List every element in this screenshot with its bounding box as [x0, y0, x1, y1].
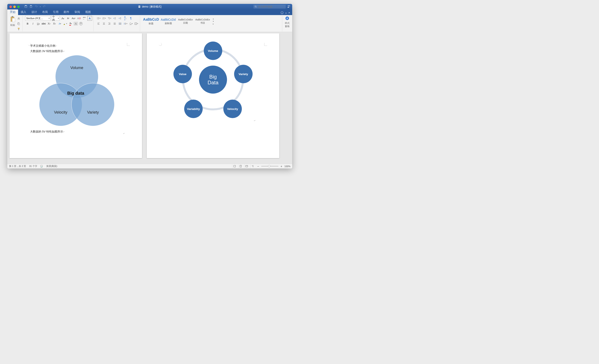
share-button[interactable] — [287, 5, 291, 9]
font-name-combo[interactable]: SimSun (中文… — [25, 16, 51, 21]
phonetic-guide-icon[interactable]: abc--- — [82, 16, 87, 21]
search-input[interactable] — [254, 5, 286, 9]
style-bibliography[interactable]: AaBbCcDdEe书目 — [194, 16, 211, 27]
document-area[interactable]: 学术文稿最小化示例↵ 大数据的 3V 特性如图所示↵ Volume Veloci… — [7, 32, 292, 164]
undo-icon[interactable] — [35, 5, 38, 9]
change-case-icon[interactable]: Aa▾ — [71, 16, 76, 21]
doc-mode: [兼容模式] — [150, 5, 162, 9]
bold-button[interactable]: B — [25, 21, 30, 26]
styles-pane-icon: A — [285, 16, 290, 21]
justify-icon[interactable] — [112, 21, 117, 26]
font-size-combo[interactable]: 小四 — [51, 16, 60, 21]
decrease-indent-icon[interactable] — [112, 16, 117, 21]
status-word-count[interactable]: 31 个字 — [29, 165, 37, 168]
svg-rect-21 — [18, 28, 20, 29]
maximize-window-button[interactable] — [17, 6, 20, 8]
paragraph-mark-2: ↵ — [254, 119, 255, 122]
enclose-char-icon[interactable]: 字 — [79, 21, 83, 26]
tab-layout[interactable]: 布局 — [40, 9, 50, 15]
zoom-slider[interactable] — [261, 166, 278, 166]
quick-access-toolbar: ▾ — [24, 5, 46, 9]
shrink-font-icon[interactable]: A▾ — [66, 16, 70, 21]
feedback-dropdown[interactable]: ▾ — [285, 12, 287, 14]
view-print-layout-icon[interactable] — [238, 164, 243, 168]
zoom-level[interactable]: 100% — [284, 165, 291, 168]
node-variability: Variablity — [184, 100, 203, 118]
copy-icon[interactable] — [16, 21, 21, 26]
minimize-window-button[interactable] — [13, 6, 16, 8]
style-title[interactable]: AaBbCcD标题 — [143, 16, 159, 27]
distributed-icon[interactable] — [118, 21, 123, 26]
search-field[interactable] — [254, 5, 286, 9]
bullets-icon[interactable]: ▾ — [96, 16, 101, 21]
group-styles-pane: A 样式 窗格 — [284, 16, 291, 31]
cut-icon[interactable] — [16, 16, 21, 21]
autosave-icon[interactable] — [24, 5, 27, 9]
fivev-center: Big Data — [199, 66, 227, 94]
font-size-value: 小四 — [52, 15, 56, 22]
page-1: 学术文稿最小化示例↵ 大数据的 3V 特性如图所示↵ Volume Veloci… — [9, 33, 142, 158]
character-shading-icon[interactable]: A — [74, 22, 78, 26]
p1-text-3: 大数据的 5V 特性如图所示↵ — [30, 129, 130, 134]
svg-point-13 — [282, 12, 283, 12]
grow-font-icon[interactable]: A▴ — [61, 16, 65, 21]
multilevel-list-icon[interactable]: ▾ — [107, 16, 112, 21]
svg-point-7 — [288, 5, 289, 6]
highlight-icon[interactable]: ▾ — [63, 21, 68, 26]
spellcheck-icon[interactable] — [40, 165, 43, 168]
borders-icon[interactable]: ▾ — [134, 21, 139, 26]
tab-view[interactable]: 视图 — [83, 9, 93, 15]
character-border-icon[interactable]: A — [87, 16, 92, 21]
align-right-icon[interactable] — [107, 21, 112, 26]
venn-diagram-3v[interactable]: Volume Velocity Variety Big data — [37, 55, 115, 128]
view-outline-icon[interactable] — [250, 164, 255, 168]
sort-icon[interactable]: AZ↓ — [123, 16, 128, 21]
window-controls — [7, 6, 20, 8]
styles-more-button[interactable]: ▴▾▸ — [211, 18, 215, 25]
styles-pane-button[interactable]: A 样式 窗格 — [285, 16, 290, 28]
node-value: Value — [173, 65, 192, 83]
clear-format-icon[interactable]: A⊘ — [77, 16, 81, 21]
view-web-layout-icon[interactable] — [244, 164, 249, 168]
fivev-diagram[interactable]: Big Data Volume Variety Velocity Variabl… — [170, 43, 256, 121]
text-effects-icon[interactable]: A▾ — [57, 21, 62, 26]
align-center-icon[interactable] — [102, 21, 106, 26]
subscript-button[interactable]: X2 — [47, 21, 52, 26]
tab-review[interactable]: 审阅 — [72, 9, 83, 15]
italic-button[interactable]: I — [31, 21, 35, 26]
collapse-ribbon-icon[interactable]: ^ — [288, 11, 290, 15]
redo-icon[interactable] — [43, 5, 46, 9]
align-left-icon[interactable] — [96, 21, 101, 26]
tab-insert[interactable]: 插入 — [18, 9, 29, 15]
paste-icon[interactable] — [10, 16, 16, 23]
close-window-button[interactable] — [9, 6, 12, 8]
zoom-out-button[interactable]: − — [257, 165, 259, 168]
status-page[interactable]: 第 1 页，共 2 页 — [9, 165, 26, 168]
tab-design[interactable]: 设计 — [29, 9, 40, 15]
shading-icon[interactable]: ▾ — [128, 21, 133, 26]
save-icon[interactable] — [29, 5, 33, 9]
underline-button[interactable]: U▾ — [36, 21, 41, 26]
show-marks-icon[interactable]: ¶ — [128, 16, 133, 21]
tab-home[interactable]: 开始 — [7, 9, 18, 15]
status-language[interactable]: 英语(美国) — [46, 165, 57, 168]
title-bar: ▾ W demo [兼容模式] — [7, 4, 292, 9]
svg-rect-71 — [234, 165, 236, 167]
zoom-in-button[interactable]: + — [281, 165, 282, 168]
strikethrough-button[interactable]: abc — [41, 21, 46, 26]
feedback-smiley-icon[interactable] — [280, 11, 284, 15]
increase-indent-icon[interactable] — [118, 16, 123, 21]
undo-dropdown[interactable]: ▾ — [40, 6, 41, 8]
numbering-icon[interactable]: 123▾ — [102, 16, 106, 21]
font-color-icon[interactable]: A▾ — [68, 21, 73, 26]
view-focus-icon[interactable] — [232, 164, 237, 168]
document-title: W demo [兼容模式] — [138, 5, 162, 9]
style-subtitle[interactable]: AaBbCcDd副标题 — [160, 16, 177, 27]
superscript-button[interactable]: X2 — [52, 21, 57, 26]
style-date[interactable]: AaBbCcDdEe日期 — [177, 16, 194, 27]
tab-references[interactable]: 引用 — [50, 9, 61, 15]
line-spacing-icon[interactable]: ▾ — [123, 21, 128, 26]
tab-mailings[interactable]: 邮件 — [61, 9, 72, 15]
p1-text-2: 大数据的 3V 特性如图所示↵ — [30, 49, 130, 54]
format-painter-icon[interactable] — [16, 27, 21, 31]
